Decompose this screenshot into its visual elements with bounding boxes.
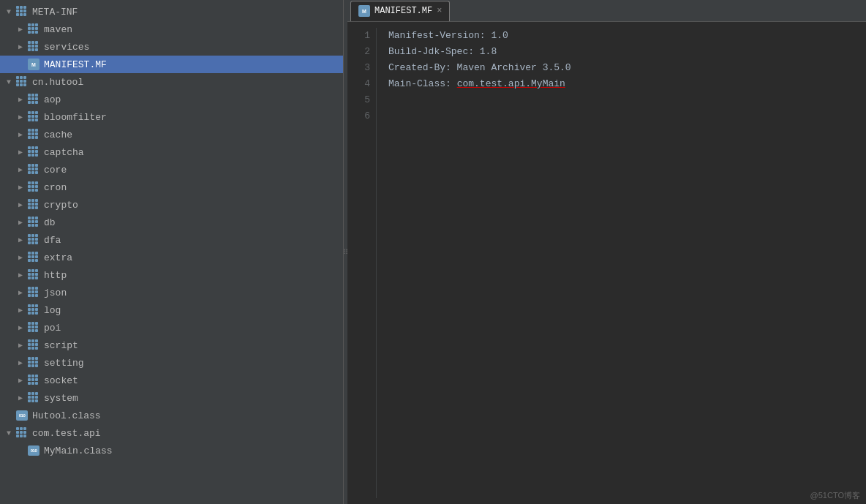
tree-arrow-cache (15, 130, 26, 139)
tree-label-dfa: dfa (44, 235, 61, 246)
tree-icon-services (26, 41, 41, 53)
tree-item-http[interactable]: http (0, 266, 343, 284)
tree-item-socket[interactable]: socket (0, 372, 343, 389)
tab-manifest-icon: M (358, 5, 370, 17)
tree-item-manifest[interactable]: MMANIFEST.MF (0, 56, 343, 73)
tree-icon-system (26, 392, 41, 404)
tree-item-log[interactable]: log (0, 301, 343, 319)
tree-item-poi[interactable]: poi (0, 319, 343, 336)
manifest-tab[interactable]: M MANIFEST.MF × (350, 1, 450, 21)
code-link-4[interactable]: com.test.api.MyMain (457, 76, 565, 92)
code-line-4: Main-Class: com.test.api.MyMain (388, 76, 854, 92)
tree-icon-crypto (26, 199, 41, 211)
tree-icon-aop (26, 94, 41, 105)
tree-arrow-captcha (15, 148, 26, 157)
tree-label-script: script (44, 340, 78, 351)
tree-label-cn-hutool: cn.hutool (32, 77, 83, 88)
tree-icon-maven (26, 23, 41, 35)
code-key-4: Main-Class: (388, 76, 457, 92)
tree-item-cache[interactable]: cache (0, 126, 343, 143)
tree-label-mymain-class: MyMain.class (44, 445, 113, 456)
editor-content: 123456 Manifest-Version: 1.0Build-Jdk-Sp… (347, 22, 866, 504)
tree-label-crypto: crypto (44, 200, 78, 211)
tree-label-services: services (44, 42, 89, 53)
tree-item-maven[interactable]: maven (0, 20, 343, 38)
tree-item-core[interactable]: core (0, 161, 343, 178)
tree-item-services[interactable]: services (0, 38, 343, 56)
tree-arrow-poi (15, 323, 26, 332)
tree-icon-mymain-class: 010 (26, 445, 41, 456)
line-number-6: 6 (353, 108, 370, 124)
tree-label-cache: cache (44, 129, 72, 140)
tree-item-dfa[interactable]: dfa (0, 231, 343, 249)
tree-label-http: http (44, 270, 67, 281)
tree-icon-cn-hutool (15, 76, 29, 88)
tree-label-maven: maven (44, 24, 72, 35)
tree-item-hutool-class[interactable]: 010Hutool.class (0, 407, 343, 424)
tree-item-setting[interactable]: setting (0, 354, 343, 372)
tree-label-setting: setting (44, 358, 84, 369)
tree-item-json[interactable]: json (0, 284, 343, 301)
tree-label-cron: cron (44, 182, 67, 193)
code-line-2: Build-Jdk-Spec: 1.8 (388, 44, 854, 60)
tree-icon-poi (26, 322, 41, 334)
tree-item-mymain-class[interactable]: 010MyMain.class (0, 442, 343, 459)
line-number-1: 1 (353, 28, 370, 44)
tree-label-meta-inf: META-INF (32, 7, 78, 18)
line-number-4: 4 (353, 76, 370, 92)
tree-item-captcha[interactable]: captcha (0, 143, 343, 161)
tree-arrow-core (15, 165, 26, 174)
tree-item-system[interactable]: system (0, 389, 343, 407)
tree-label-json: json (44, 287, 67, 298)
tree-label-manifest: MANIFEST.MF (44, 59, 107, 70)
tree-arrow-system (15, 394, 26, 402)
tree-arrow-extra (15, 253, 26, 262)
tree-icon-json (26, 287, 41, 298)
tree-arrow-services (15, 42, 26, 51)
line-number-2: 2 (353, 44, 370, 60)
tree-arrow-com-test-api (3, 429, 15, 437)
tab-label: MANIFEST.MF (374, 6, 432, 16)
tree-arrow-bloomfilter (15, 113, 26, 121)
tree-item-db[interactable]: db (0, 214, 343, 231)
tree-label-extra: extra (44, 252, 72, 263)
tree-arrow-dfa (15, 236, 26, 244)
editor-panel: M MANIFEST.MF × 123456 Manifest-Version:… (347, 0, 866, 504)
editor-tabs: M MANIFEST.MF × (347, 0, 866, 22)
tree-icon-log (26, 304, 41, 316)
tree-arrow-script (15, 341, 26, 350)
tree-icon-socket (26, 375, 41, 386)
tree-arrow-crypto (15, 200, 26, 209)
code-line-1: Manifest-Version: 1.0 (388, 28, 854, 44)
tree-label-poi: poi (44, 323, 61, 334)
tree-item-bloomfilter[interactable]: bloomfilter (0, 108, 343, 126)
tree-item-crypto[interactable]: crypto (0, 196, 343, 214)
main-container: META-INFmavenservicesMMANIFEST.MFcn.huto… (0, 0, 866, 504)
tree-label-aop: aop (44, 94, 61, 105)
line-numbers: 123456 (347, 28, 377, 498)
tree-item-extra[interactable]: extra (0, 249, 343, 266)
tree-arrow-json (15, 288, 26, 297)
tab-close-button[interactable]: × (437, 6, 442, 16)
watermark: @51CTO博客 (810, 490, 860, 501)
tree-arrow-socket (15, 376, 26, 385)
tree-item-com-test-api[interactable]: com.test.api (0, 424, 343, 442)
tree-icon-dfa (26, 234, 41, 246)
tree-label-system: system (44, 393, 78, 404)
code-value-1: Manifest-Version: 1.0 (388, 28, 508, 44)
tree-icon-core (26, 164, 41, 176)
tree-label-socket: socket (44, 375, 78, 386)
file-tree-panel[interactable]: META-INFmavenservicesMMANIFEST.MFcn.huto… (0, 0, 344, 504)
tree-arrow-aop (15, 95, 26, 104)
tree-arrow-http (15, 271, 26, 279)
tree-item-script[interactable]: script (0, 336, 343, 354)
tree-item-aop[interactable]: aop (0, 91, 343, 108)
tree-icon-extra (26, 252, 41, 263)
tree-item-cn-hutool[interactable]: cn.hutool (0, 73, 343, 91)
tree-arrow-log (15, 306, 26, 315)
tree-item-meta-inf[interactable]: META-INF (0, 3, 343, 20)
tree-icon-com-test-api (15, 427, 29, 439)
tree-icon-cache (26, 129, 41, 140)
tree-item-cron[interactable]: cron (0, 178, 343, 196)
tree-arrow-setting (15, 358, 26, 367)
